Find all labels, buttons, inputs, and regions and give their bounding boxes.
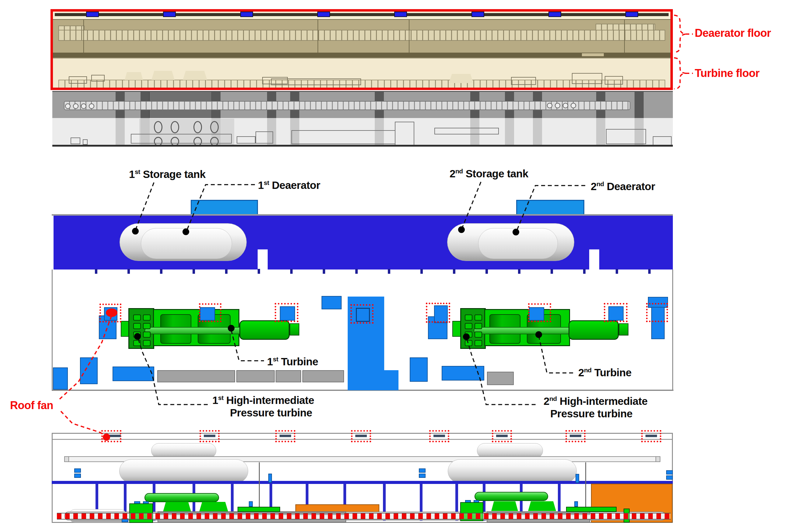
turbine-floor-beam	[52, 481, 673, 484]
generator-2	[568, 320, 619, 340]
equipment-outline-box	[653, 136, 672, 146]
crane-rail-cap-right	[656, 456, 660, 462]
plan-blue-equipment-rect	[410, 357, 428, 382]
turbine-2-elevation-cylinder	[474, 492, 548, 501]
label-hip-turbine-1: 1stHigh-intermediate Pressure turbine	[212, 394, 314, 419]
equipment-outline-box	[131, 134, 232, 144]
roof-fan-dash	[109, 435, 121, 437]
label-deaerator-2: 2ndDeaerator	[591, 180, 655, 192]
hp-valve-cell	[143, 331, 151, 338]
turbine-2-aux-slab	[566, 507, 617, 512]
plan-blue-equipment-rect	[322, 296, 342, 309]
label-storage-tank-1: 1stStorage tank	[129, 168, 206, 180]
brace-deaerator-floor	[674, 15, 686, 52]
turbine-1-aux-slab	[238, 507, 280, 512]
turbine-2-elevation-lp2	[528, 501, 556, 511]
small-blue-unit	[419, 474, 426, 478]
roof-fan-dash	[496, 435, 508, 437]
plan-border-left	[52, 269, 53, 390]
roof-fan-marker-box	[99, 304, 121, 322]
roof-fan-marker-box	[646, 303, 668, 322]
hp-valve-cell	[133, 331, 141, 338]
pipe-circle	[73, 103, 78, 109]
building-column-lower	[596, 118, 605, 145]
gray-elevation-piping-row	[64, 101, 630, 110]
label-turbine-1: 1stTurbine	[267, 355, 318, 368]
hp-valve-cell	[143, 340, 151, 346]
equipment-outline-box	[291, 130, 395, 144]
hp-valve-cell	[133, 323, 141, 329]
turbine-2-elevation-lp1	[491, 501, 518, 511]
plan-column-tick	[583, 269, 586, 274]
turbine-1-shaft	[145, 327, 245, 334]
turbine-table-red-strip	[57, 513, 671, 519]
turbine-1-front-standard	[121, 321, 129, 337]
roof-fan-dash	[570, 435, 581, 437]
equipment-outline-box	[71, 137, 80, 144]
pipe-circle	[555, 103, 560, 108]
plan-border-right	[672, 269, 673, 390]
plan-column-tick	[192, 269, 195, 274]
plan-column-tick	[486, 269, 488, 274]
beam-stub-1	[268, 474, 272, 483]
leader-roof-fan-down	[61, 411, 104, 435]
turbine-1-elevation-lp1	[163, 502, 191, 512]
small-blue-unit	[666, 470, 673, 475]
plan-column-tick	[355, 269, 358, 274]
roof-fan-dash	[645, 435, 657, 437]
brace-turbine-floor	[674, 58, 686, 89]
hp-valve-cell	[133, 315, 141, 321]
turbine-1-elevation-cylinder	[145, 493, 219, 502]
generator-1	[239, 320, 289, 340]
plan-gray-pedestal	[237, 370, 275, 382]
hp-valve-cell	[465, 323, 472, 329]
turbine-2-front-standard	[452, 321, 461, 337]
deaerator-2-plan	[478, 228, 558, 259]
roof-fan-marker-box	[199, 303, 222, 322]
plan-column-tick	[225, 269, 228, 274]
small-blue-unit	[419, 469, 426, 473]
storage-tank-2-elevation	[448, 459, 577, 483]
equipment-ellipse	[154, 121, 163, 133]
roof-fan-marker-box	[351, 304, 374, 324]
turbine-1-aux-stub	[249, 501, 253, 507]
plan-column-tick	[160, 269, 163, 274]
pipe-circle	[563, 103, 568, 108]
plan-gray-pedestal	[302, 370, 344, 382]
label-storage-tank-2: 2ndStorage tank	[450, 167, 528, 180]
hp-valve-cell	[474, 323, 482, 329]
building-column	[635, 92, 644, 118]
plan-column-tick	[648, 269, 650, 274]
equipment-outline-box	[237, 136, 256, 144]
turbine-2-aux-stub	[574, 501, 578, 507]
plan-column-tick	[95, 269, 97, 274]
deaerator-penthouse-2	[516, 200, 584, 216]
plan-band-notch-1	[258, 249, 268, 269]
deaerator-1-plan	[141, 228, 232, 259]
small-blue-unit	[74, 474, 81, 478]
building-column-lower	[505, 118, 514, 145]
exciter-1	[289, 323, 299, 336]
label-turbine-floor: Turbine floor	[695, 67, 759, 80]
equipment-outline-box	[395, 122, 414, 146]
pipe-circle	[65, 103, 71, 109]
crane-rail-cap-left	[64, 456, 69, 462]
roof-fan-dash	[280, 435, 291, 437]
roof-fan-marker-box	[275, 303, 298, 322]
roof-fan-dash	[204, 435, 215, 437]
plan-column-tick	[258, 269, 260, 274]
small-blue-unit	[666, 475, 673, 480]
turbine-1-elevation-lp2	[199, 502, 228, 512]
label-hip-turbine-2: 2ndHigh-intermediate Pressure turbine	[544, 395, 648, 420]
label-turbine-2: 2ndTurbine	[578, 366, 631, 379]
plant-layout-diagram: Deaerator floor Turbine floor Roof fan 1…	[0, 0, 793, 532]
plan-blue-equipment-rect	[442, 366, 484, 381]
equipment-ellipse	[210, 121, 219, 133]
roof-fan-marker-box	[528, 303, 551, 322]
equipment-outline-box	[606, 129, 646, 144]
hp-valve-cell	[474, 331, 482, 338]
plan-blue-equipment-rect	[113, 366, 154, 381]
small-blue-unit	[74, 469, 81, 473]
beam-stub-2	[575, 474, 579, 483]
hp-valve-cell	[133, 340, 141, 346]
